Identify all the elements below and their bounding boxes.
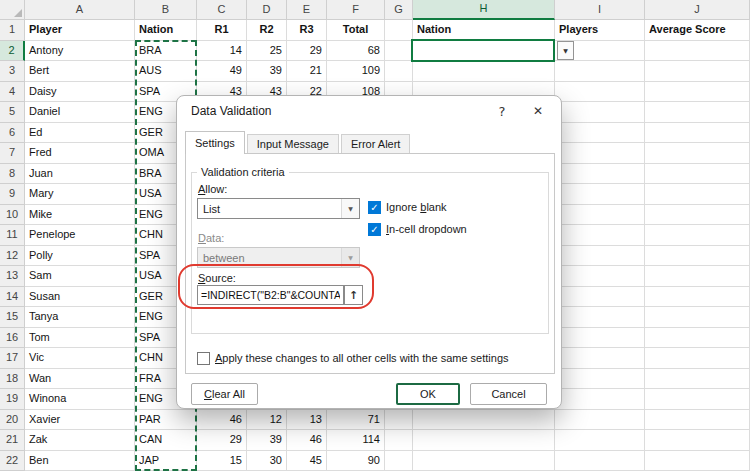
cell-A16[interactable]: Tom [25, 328, 135, 349]
range-picker-icon[interactable]: ↑ [344, 285, 363, 305]
row-header-13[interactable]: 13 [0, 266, 25, 287]
cell-J1[interactable]: Average Score [645, 20, 750, 41]
cell-G3[interactable] [385, 61, 413, 82]
cell-A3[interactable]: Bert [25, 61, 135, 82]
cell-C1[interactable]: R1 [197, 20, 247, 41]
column-header-J[interactable]: J [645, 0, 750, 20]
cell-F22[interactable]: 90 [327, 451, 385, 471]
cell-C20[interactable]: 46 [197, 410, 247, 431]
cell-J5[interactable] [645, 102, 750, 123]
cell-J2[interactable] [645, 41, 750, 62]
cell-A6[interactable]: Ed [25, 123, 135, 144]
cell-A13[interactable]: Sam [25, 266, 135, 287]
cell-B20[interactable]: PAR [135, 410, 197, 431]
cell-J12[interactable] [645, 246, 750, 267]
row-header-2[interactable]: 2 [0, 41, 25, 62]
cell-A14[interactable]: Susan [25, 287, 135, 308]
column-header-B[interactable]: B [135, 0, 197, 20]
cell-I1[interactable]: Players [555, 20, 645, 41]
cell-B21[interactable]: CAN [135, 430, 197, 451]
cell-I21[interactable] [555, 430, 645, 451]
cell-I9[interactable] [555, 184, 645, 205]
column-header-A[interactable]: A [25, 0, 135, 20]
cell-I18[interactable] [555, 369, 645, 390]
clear-all-button[interactable]: Clear All [191, 383, 258, 405]
cell-J10[interactable] [645, 205, 750, 226]
cell-H20[interactable] [413, 410, 555, 431]
cell-H3[interactable] [413, 61, 555, 82]
cell-F2[interactable]: 68 [327, 41, 385, 62]
cell-J14[interactable] [645, 287, 750, 308]
cell-I8[interactable] [555, 164, 645, 185]
cell-I3[interactable] [555, 61, 645, 82]
column-header-H[interactable]: H [413, 0, 555, 20]
cell-I20[interactable] [555, 410, 645, 431]
cell-F1[interactable]: Total [327, 20, 385, 41]
column-header-C[interactable]: C [197, 0, 247, 20]
cell-B1[interactable]: Nation [135, 20, 197, 41]
cell-D1[interactable]: R2 [247, 20, 287, 41]
cell-J6[interactable] [645, 123, 750, 144]
row-header-3[interactable]: 3 [0, 61, 25, 82]
in-cell-dropdown-button[interactable]: ▼ [557, 41, 574, 60]
incell-dropdown-checkbox[interactable]: ✓ [368, 223, 381, 236]
cell-E3[interactable]: 21 [287, 61, 327, 82]
row-header-17[interactable]: 17 [0, 348, 25, 369]
source-input[interactable] [197, 285, 344, 305]
row-header-8[interactable]: 8 [0, 164, 25, 185]
cell-H2[interactable] [413, 41, 555, 62]
chevron-down-icon[interactable]: ▼ [341, 199, 359, 218]
cell-A9[interactable]: Mary [25, 184, 135, 205]
cell-J4[interactable] [645, 82, 750, 103]
tab-error-alert[interactable]: Error Alert [341, 134, 411, 154]
cell-G20[interactable] [385, 410, 413, 431]
cell-I7[interactable] [555, 143, 645, 164]
row-header-4[interactable]: 4 [0, 82, 25, 103]
cell-B22[interactable]: JAP [135, 451, 197, 471]
help-icon[interactable]: ? [485, 97, 519, 125]
cell-E1[interactable]: R3 [287, 20, 327, 41]
cell-A11[interactable]: Penelope [25, 225, 135, 246]
cell-C22[interactable]: 15 [197, 451, 247, 471]
cell-G21[interactable] [385, 430, 413, 451]
row-header-16[interactable]: 16 [0, 328, 25, 349]
cell-I13[interactable] [555, 266, 645, 287]
cell-A12[interactable]: Polly [25, 246, 135, 267]
cell-E21[interactable]: 46 [287, 430, 327, 451]
cell-I14[interactable] [555, 287, 645, 308]
cell-G2[interactable] [385, 41, 413, 62]
cell-E2[interactable]: 29 [287, 41, 327, 62]
row-header-18[interactable]: 18 [0, 369, 25, 390]
select-all-corner[interactable] [0, 0, 25, 20]
cell-E20[interactable]: 13 [287, 410, 327, 431]
cell-J16[interactable] [645, 328, 750, 349]
cell-I19[interactable] [555, 389, 645, 410]
cell-J20[interactable] [645, 410, 750, 431]
cell-F20[interactable]: 71 [327, 410, 385, 431]
cell-J17[interactable] [645, 348, 750, 369]
column-header-E[interactable]: E [287, 0, 327, 20]
cell-A1[interactable]: Player [25, 20, 135, 41]
row-header-20[interactable]: 20 [0, 410, 25, 431]
row-header-12[interactable]: 12 [0, 246, 25, 267]
cell-A10[interactable]: Mike [25, 205, 135, 226]
cell-B2[interactable]: BRA [135, 41, 197, 62]
cell-A22[interactable]: Ben [25, 451, 135, 471]
allow-dropdown[interactable]: List ▼ [197, 198, 360, 219]
cell-D22[interactable]: 30 [247, 451, 287, 471]
cell-A7[interactable]: Fred [25, 143, 135, 164]
cell-J21[interactable] [645, 430, 750, 451]
apply-all-checkbox[interactable] [197, 352, 210, 365]
tab-settings[interactable]: Settings [185, 131, 245, 154]
cell-C21[interactable]: 29 [197, 430, 247, 451]
cell-I17[interactable] [555, 348, 645, 369]
cell-H22[interactable] [413, 451, 555, 471]
cell-D21[interactable]: 39 [247, 430, 287, 451]
cell-I4[interactable] [555, 82, 645, 103]
cell-D3[interactable]: 39 [247, 61, 287, 82]
cell-J3[interactable] [645, 61, 750, 82]
cell-J11[interactable] [645, 225, 750, 246]
column-header-I[interactable]: I [555, 0, 645, 20]
row-header-11[interactable]: 11 [0, 225, 25, 246]
cell-J18[interactable] [645, 369, 750, 390]
